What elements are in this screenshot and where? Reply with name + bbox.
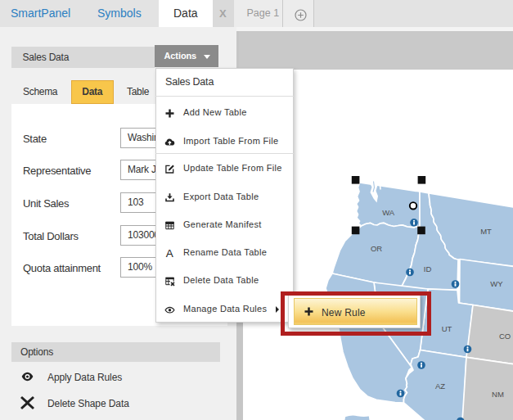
svg-text:AZ: AZ	[435, 382, 445, 391]
svg-text:NM: NM	[492, 390, 504, 399]
svg-text:WA: WA	[382, 208, 395, 217]
svg-text:A: A	[166, 248, 173, 259]
svg-text:CO: CO	[499, 332, 511, 341]
svg-text:UT: UT	[442, 324, 452, 333]
svg-text:OR: OR	[371, 244, 382, 253]
svg-text:MT: MT	[480, 227, 492, 236]
svg-text:ID: ID	[424, 264, 432, 273]
svg-text:WY: WY	[490, 279, 503, 288]
